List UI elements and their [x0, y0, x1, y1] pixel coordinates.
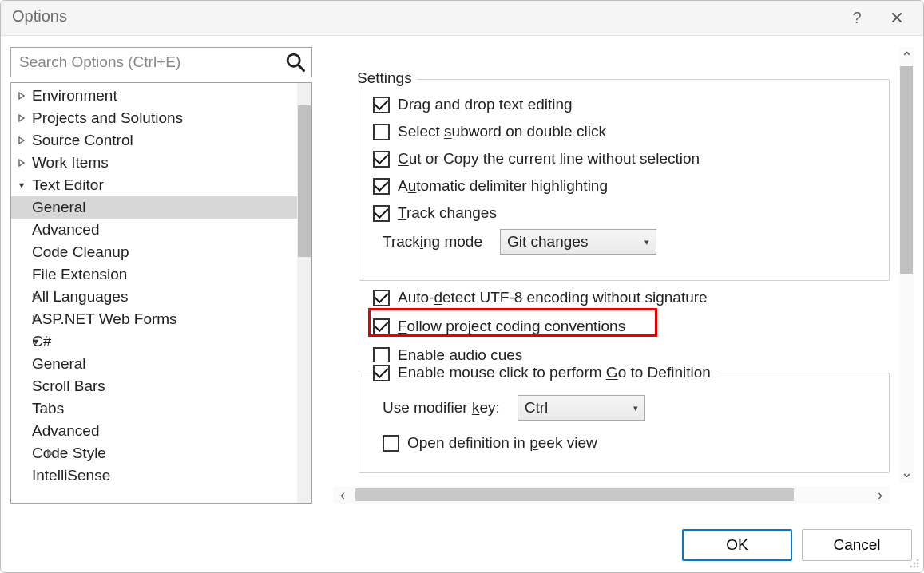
collapse-icon[interactable] [14, 152, 29, 174]
auto-detect-row: Auto-detect UTF-8 encoding without signa… [373, 286, 882, 309]
tracking-mode-row: Tracking mode Git changes ▾ [383, 231, 882, 253]
search-icon[interactable] [284, 51, 307, 73]
tree-glyph-none [29, 263, 43, 286]
track-changes-checkbox[interactable] [373, 205, 390, 222]
gotodef-enable-checkbox[interactable] [373, 365, 390, 381]
tree-item-label: Projects and Solutions [32, 109, 183, 126]
collapse-icon[interactable] [14, 129, 29, 152]
ok-button[interactable]: OK [682, 529, 792, 561]
tree-item-label: Advanced [32, 422, 100, 439]
gotodef-enable-label: Enable mouse click to perform Go to Defi… [398, 364, 711, 381]
tree-item-source-control[interactable]: Source Control [11, 129, 297, 152]
collapse-icon[interactable] [43, 442, 58, 464]
tree-glyph-none [29, 196, 43, 219]
chevron-down-icon: ▾ [633, 403, 638, 413]
drag-drop-label: Drag and drop text editing [398, 96, 573, 113]
tree-items: EnvironmentProjects and SolutionsSource … [11, 83, 297, 503]
tree-item-file-extension[interactable]: File Extension [11, 263, 297, 286]
svg-point-2 [917, 559, 919, 561]
dialog-title: Options [12, 7, 67, 26]
tree-item-label: ASP.NET Web Forms [32, 310, 177, 327]
tree-scroll-thumb[interactable] [298, 105, 311, 257]
tree-item-work-items[interactable]: Work Items [11, 152, 297, 174]
content-hscroll-thumb[interactable] [355, 488, 794, 501]
peek-view-label: Open definition in peek view [407, 434, 597, 452]
tree-item-label: Code Cleanup [32, 243, 129, 260]
cancel-button[interactable]: Cancel [802, 529, 912, 561]
tracking-mode-select[interactable]: Git changes ▾ [500, 229, 656, 255]
auto-delim-label: Automatic delimiter highlighting [398, 177, 608, 195]
follow-conventions-row: Follow project coding conventions [373, 315, 882, 338]
tree-glyph-none [43, 464, 58, 487]
tree-item-label: Text Editor [32, 176, 104, 193]
tree-item-label: Source Control [32, 132, 133, 148]
auto-delim-checkbox[interactable] [373, 178, 390, 195]
scroll-down-icon[interactable]: ⌄ [899, 465, 914, 480]
tree-scrollbar[interactable] [297, 83, 311, 503]
subword-label: Select subword on double click [398, 123, 606, 140]
tree-item-c-[interactable]: C# [11, 330, 297, 353]
tree-item-projects-and-solutions[interactable]: Projects and Solutions [11, 107, 297, 129]
close-button[interactable] [878, 6, 915, 30]
svg-point-4 [917, 566, 919, 568]
modifier-key-select[interactable]: Ctrl ▾ [518, 395, 645, 421]
scroll-up-icon[interactable]: ⌃ [899, 50, 914, 65]
tree-item-code-cleanup[interactable]: Code Cleanup [11, 241, 297, 263]
tree-item-text-editor[interactable]: Text Editor [11, 174, 297, 196]
drag-drop-row: Drag and drop text editing [373, 93, 882, 116]
expand-icon[interactable] [14, 174, 29, 196]
tree-item-code-style[interactable]: Code Style [11, 442, 297, 464]
follow-conventions-label: Follow project coding conventions [398, 318, 625, 335]
cut-copy-checkbox[interactable] [373, 151, 390, 168]
svg-point-3 [917, 563, 919, 565]
content-hscrollbar[interactable]: ‹ › [333, 486, 890, 504]
tree-item-asp-net-web-forms[interactable]: ASP.NET Web Forms [11, 308, 297, 330]
tree-glyph-none [43, 353, 58, 375]
content-vscroll-thumb[interactable] [900, 66, 913, 274]
tree-item-scroll-bars[interactable]: Scroll Bars [11, 375, 297, 397]
resize-grip-icon[interactable] [909, 558, 920, 569]
svg-point-6 [914, 566, 916, 568]
peek-view-row: Open definition in peek view [383, 432, 882, 454]
follow-conventions-checkbox[interactable] [373, 318, 390, 335]
tree-item-environment[interactable]: Environment [11, 85, 297, 107]
collapse-icon[interactable] [29, 308, 43, 330]
tree-item-label: General [32, 355, 86, 372]
tree-item-intellisense[interactable]: IntelliSense [11, 464, 297, 487]
drag-drop-checkbox[interactable] [373, 97, 390, 113]
tree-glyph-none [43, 375, 58, 397]
auto-delim-row: Automatic delimiter highlighting [373, 175, 882, 197]
track-changes-label: Track changes [398, 204, 497, 222]
tree-item-general[interactable]: General [11, 353, 297, 375]
tree-item-all-languages[interactable]: All Languages [11, 286, 297, 308]
svg-point-7 [910, 566, 912, 568]
collapse-icon[interactable] [14, 85, 29, 107]
modifier-key-label: Use modifier key: [383, 399, 500, 417]
collapse-icon[interactable] [14, 107, 29, 129]
subword-checkbox[interactable] [373, 124, 390, 140]
scroll-right-icon[interactable]: › [872, 486, 888, 504]
peek-view-checkbox[interactable] [383, 435, 399, 452]
help-button[interactable]: ? [839, 6, 875, 30]
tree-item-label: Work Items [32, 154, 109, 171]
search-input[interactable] [11, 48, 278, 77]
settings-panel: Settings Drag and drop text editing Sele… [333, 47, 914, 483]
svg-line-1 [299, 65, 304, 71]
tree-item-advanced[interactable]: Advanced [11, 420, 297, 442]
gotodef-group: Enable mouse click to perform Go to Defi… [359, 354, 890, 473]
scroll-left-icon[interactable]: ‹ [335, 486, 351, 504]
tree-glyph-none [43, 397, 58, 420]
tree-item-label: All Languages [32, 288, 128, 305]
settings-legend: Settings [352, 69, 417, 87]
gotodef-enable-row: Enable mouse click to perform Go to Defi… [373, 362, 717, 384]
tree-item-advanced[interactable]: Advanced [11, 219, 297, 241]
tree-item-general[interactable]: General [11, 196, 297, 219]
search-box [10, 47, 312, 77]
track-changes-row: Track changes [373, 202, 882, 224]
content-vscrollbar[interactable]: ⌃ ⌄ [899, 47, 914, 483]
expand-icon[interactable] [29, 330, 43, 353]
modifier-key-row: Use modifier key: Ctrl ▾ [383, 397, 882, 419]
tree-item-tabs[interactable]: Tabs [11, 397, 297, 420]
auto-detect-checkbox[interactable] [373, 290, 390, 306]
collapse-icon[interactable] [29, 286, 43, 308]
